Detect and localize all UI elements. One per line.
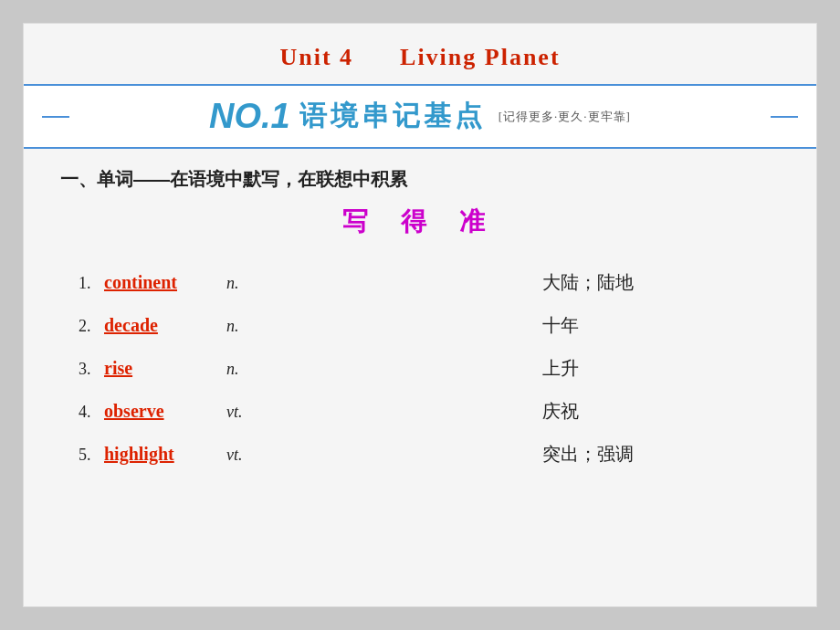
vocab-row: 2.decaden.十年 [79,304,761,347]
vocab-row: 1.continentn.大陆；陆地 [79,261,761,304]
vocab-pos: n. [226,317,272,336]
vocab-meaning: 庆祝 [542,399,725,424]
slide: Unit 4 Living Planet NO.1 语境串记基点 [记得更多·更… [23,23,817,607]
vocab-list: 1.continentn.大陆；陆地2.decaden.十年3.risen.上升… [24,254,816,476]
vocab-number: 4. [79,403,104,422]
vocab-word: decade [104,315,223,336]
vocab-row: 5.highlightvt.突出；强调 [79,433,761,476]
vocab-pos: vt. [226,446,272,465]
vocab-meaning: 突出；强调 [542,442,725,467]
unit-prefix: Unit 4 [279,44,353,70]
vocab-number: 3. [79,360,104,379]
vocab-pos: n. [226,274,272,293]
vocab-word: continent [104,272,223,293]
vocab-word: rise [104,358,223,379]
banner-sub-text: [记得更多·更久·更牢靠] [499,109,631,125]
banner-number: NO.1 [209,97,290,136]
vocab-pos: vt. [226,403,272,422]
title-area: Unit 4 Living Planet [24,24,816,84]
vocab-row: 3.risen.上升 [79,347,761,390]
vocab-meaning: 大陆；陆地 [542,270,725,295]
vocab-pos: n. [226,360,272,379]
banner-divider-right [771,116,798,118]
vocab-meaning: 十年 [542,313,725,338]
vocab-number: 5. [79,446,104,465]
unit-main: Living Planet [400,44,561,70]
slide-title: Unit 4 Living Planet [279,44,560,70]
banner: NO.1 语境串记基点 [记得更多·更久·更牢靠] [24,84,816,149]
section-header: 一、单词——在语境中默写，在联想中积累 [24,149,816,197]
banner-main-text: 语境串记基点 [299,98,486,135]
banner-divider-left [42,116,69,118]
vocab-meaning: 上升 [542,356,725,381]
vocab-row: 4.observevt.庆祝 [79,390,761,433]
write-title: 写 得 准 [24,197,816,254]
vocab-number: 2. [79,317,104,336]
vocab-word: observe [104,401,223,422]
vocab-number: 1. [79,274,104,293]
vocab-word: highlight [104,444,223,465]
